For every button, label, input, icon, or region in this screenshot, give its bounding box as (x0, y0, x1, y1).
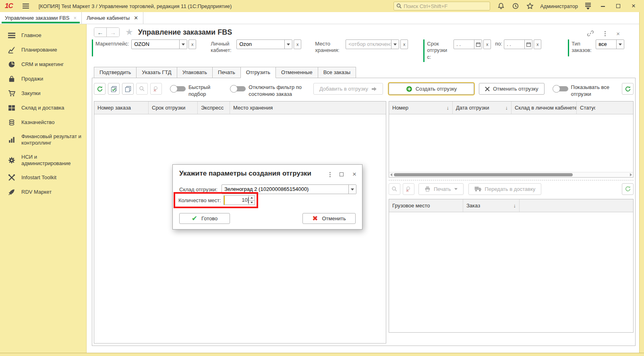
marketplace-combobox[interactable]: OZON (131, 39, 187, 49)
search-input[interactable] (404, 3, 487, 9)
sidebar-item-finance[interactable]: Финансовый результат и контроллинг (0, 130, 86, 150)
sidebar-item-planning[interactable]: Планирование (0, 43, 86, 57)
cancel-search-button[interactable] (403, 183, 414, 195)
ship-from-date-field[interactable]: . . (453, 39, 482, 49)
back-button[interactable]: ← (94, 28, 107, 37)
dropdown-icon[interactable] (348, 185, 356, 194)
clear-field-icon[interactable]: x (188, 39, 196, 49)
sidebar-item-main[interactable]: Главное (0, 28, 86, 43)
done-button[interactable]: ✔ Готово (179, 213, 230, 224)
column-header[interactable]: Статус (577, 101, 633, 114)
tab-ship[interactable]: Отгрузить (240, 67, 276, 78)
column-header[interactable]: Номер ↓ (389, 101, 453, 114)
account-combobox[interactable]: Ozon (236, 39, 292, 49)
column-header[interactable]: Грузовое место (389, 199, 463, 212)
cargo-table[interactable]: Грузовое место Заказ ↓ (389, 199, 634, 333)
close-form-icon[interactable]: × (616, 30, 620, 37)
column-header[interactable]: Срок отгрузки (149, 101, 198, 114)
warehouse-combobox[interactable]: Зеленоград 2 (1020000865154000) (222, 184, 356, 194)
order-type-combobox[interactable]: все (596, 39, 624, 49)
column-header[interactable]: Дата отгрузки ↓ (453, 101, 511, 114)
stepper-up-icon[interactable] (249, 196, 255, 201)
favorite-star-icon[interactable]: ★ (125, 28, 133, 37)
horizontal-scrollbar[interactable] (389, 172, 633, 177)
shipments-table[interactable]: Номер ↓ Дата отгрузки ↓ Склад в личном к… (389, 101, 634, 178)
sidebar-item-crm[interactable]: CRM и маркетинг (0, 57, 86, 72)
sidebar-item-sales[interactable]: Продажи (0, 72, 86, 86)
refresh-cargo-button[interactable] (622, 183, 634, 195)
storage-combobox[interactable]: <отбор отключен> (346, 39, 399, 49)
get-link-icon[interactable] (587, 30, 594, 37)
tab-pack[interactable]: Упаковать (177, 67, 213, 78)
more-menu-icon[interactable] (605, 33, 606, 34)
column-header[interactable] (520, 199, 633, 212)
dropdown-icon[interactable] (284, 40, 292, 49)
sidebar-item-treasury[interactable]: Казначейство (0, 115, 86, 130)
column-header[interactable]: Экспресс (198, 101, 230, 114)
quick-pick-toggle[interactable] (170, 85, 186, 93)
global-search-box[interactable] (393, 2, 490, 10)
main-menu-icon[interactable] (23, 4, 29, 8)
create-shipment-button[interactable]: Создать отгрузку (389, 83, 474, 95)
close-window-button[interactable]: × (630, 2, 637, 10)
select-all-button[interactable] (108, 83, 120, 95)
print-button[interactable]: Печать (418, 183, 464, 195)
refresh-shipments-button[interactable] (622, 83, 634, 95)
search-button[interactable] (136, 83, 148, 95)
clear-field-icon[interactable]: x (294, 39, 301, 49)
sidebar-item-rdv-market[interactable]: RDV Маркет (0, 185, 86, 199)
tab-gtd[interactable]: Указать ГТД (136, 67, 177, 78)
cancel-shipment-button[interactable]: Отменить отгрузку (479, 83, 545, 95)
disable-filter-toggle[interactable] (230, 85, 246, 93)
user-name[interactable]: Администратор (540, 3, 578, 9)
dialog-more-menu-icon[interactable] (329, 174, 331, 175)
clear-field-icon[interactable]: x (534, 39, 541, 49)
scroll-left-icon[interactable] (390, 173, 392, 176)
tab-close-icon[interactable]: × (73, 15, 77, 21)
dropdown-icon[interactable] (616, 40, 624, 49)
dropdown-icon[interactable] (391, 40, 399, 49)
tab-confirm[interactable]: Подтвердить (94, 67, 137, 78)
clear-field-icon[interactable]: x (400, 39, 408, 49)
tab-cancelled[interactable]: Отмененные (275, 67, 318, 78)
clear-field-icon[interactable]: x (483, 39, 491, 49)
cancel-search-button[interactable] (150, 83, 162, 95)
send-to-delivery-button[interactable]: Передать в доставку (468, 183, 542, 195)
refresh-button[interactable] (94, 83, 106, 95)
calendar-icon[interactable] (474, 40, 482, 49)
add-to-shipment-button[interactable]: Добавить в отгрузку (313, 83, 383, 95)
scrollbar-thumb[interactable] (394, 173, 573, 176)
window-tab-accounts[interactable]: Личные кабинеты ✕ (82, 12, 143, 24)
scroll-right-icon[interactable] (630, 173, 632, 176)
dialog-maximize-icon[interactable] (340, 172, 344, 178)
favorites-star-icon[interactable] (526, 2, 534, 10)
column-header[interactable]: Место хранения (230, 101, 386, 114)
search-button[interactable] (389, 183, 400, 195)
stepper-down-icon[interactable] (249, 201, 255, 205)
window-tab-orders-fbs[interactable]: Управление заказами FBS × (0, 12, 82, 24)
ship-to-date-field[interactable]: . . (504, 39, 532, 49)
quantity-input[interactable]: 10 (224, 195, 255, 205)
show-all-shipments-toggle[interactable] (553, 85, 569, 93)
dialog-close-icon[interactable]: × (352, 170, 356, 178)
history-icon[interactable] (512, 2, 519, 10)
sidebar-item-admin[interactable]: НСИ и администрирование (0, 150, 86, 171)
sidebar-item-purchasing[interactable]: Закупки (0, 86, 86, 101)
maximize-button[interactable] (615, 3, 621, 9)
sidebar-item-infostart-toolkit[interactable]: Infostart Toolkit (0, 170, 86, 185)
column-header[interactable]: Номер заказа (94, 101, 149, 114)
tab-close-icon[interactable]: ✕ (134, 15, 138, 21)
dialog-cancel-button[interactable]: ✖ Отменить (302, 213, 356, 224)
column-header[interactable]: Склад в личном кабинете (511, 101, 577, 114)
sidebar-item-warehouse[interactable]: Склад и доставка (0, 101, 86, 115)
quantity-stepper[interactable] (248, 196, 255, 205)
tab-all-orders[interactable]: Все заказы (318, 67, 356, 78)
functions-menu-icon[interactable] (585, 3, 591, 10)
notifications-bell-icon[interactable] (497, 2, 505, 10)
dropdown-icon[interactable] (179, 40, 187, 49)
forward-button[interactable]: → (107, 28, 119, 37)
tab-print[interactable]: Печать (212, 67, 241, 78)
calendar-icon[interactable] (524, 40, 532, 49)
copy-button[interactable] (122, 83, 134, 95)
minimize-button[interactable] (600, 3, 606, 9)
